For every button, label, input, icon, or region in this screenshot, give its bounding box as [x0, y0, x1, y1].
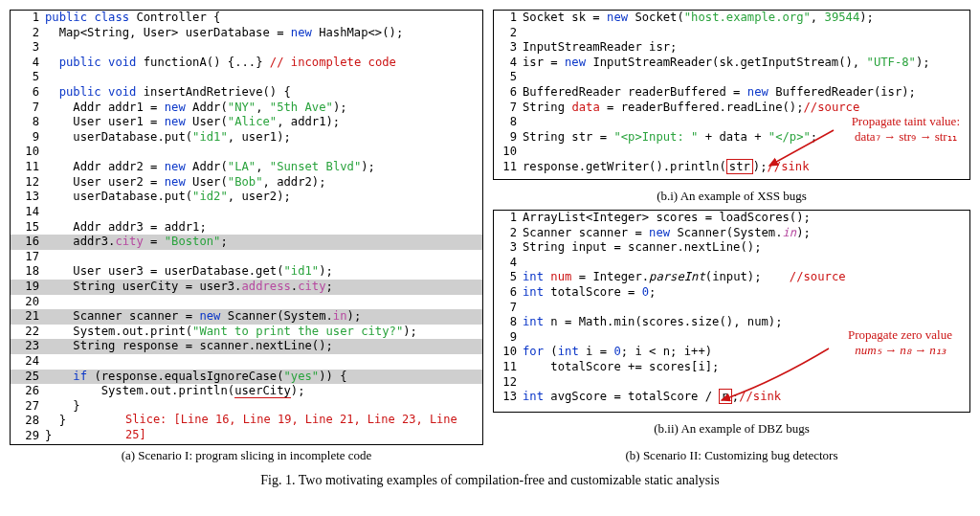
- code-content: response.getWriter().println(str);//sink: [523, 160, 810, 175]
- line-number: 3: [14, 40, 45, 56]
- scenario-b-column: 1Socket sk = new Socket("host.example.or…: [493, 10, 970, 463]
- code-content: totalScore += scores[i];: [523, 360, 719, 375]
- scenario-bii-code-box: 1ArrayList<Integer> scores = loadScores(…: [493, 210, 970, 413]
- scenario-a-code-box: 1public class Controller {2 Map<String, …: [10, 10, 483, 445]
- scenario-a-caption: (a) Scenario I: program slicing in incom…: [10, 448, 483, 463]
- line-number: 23: [14, 339, 45, 354]
- line-number: 10: [498, 145, 523, 160]
- code-line: 4: [494, 256, 969, 271]
- code-line: 18 User user3 = userDatabase.get("id1");: [11, 264, 482, 280]
- line-number: 19: [14, 280, 45, 295]
- code-line: 26 System.out.println(userCity);: [11, 384, 482, 399]
- code-line: 5: [11, 70, 482, 85]
- code-content: Addr addr2 = new Addr("LA", "Sunset Blvd…: [45, 160, 375, 175]
- line-number: 25: [14, 370, 45, 385]
- line-number: 5: [498, 70, 523, 85]
- line-number: 27: [14, 399, 45, 415]
- code-line: 5int num = Integer.parseInt(input); //so…: [494, 270, 969, 285]
- code-content: int totalScore = 0;: [523, 285, 656, 301]
- line-number: 6: [14, 85, 45, 101]
- line-number: 16: [14, 235, 45, 250]
- code-line: 3String input = scanner.nextLine();: [494, 240, 969, 256]
- code-line: 16 addr3.city = "Boston";: [11, 235, 482, 250]
- bii-annotation: Propagate zero value num₅ → n₈ → n₁₃: [848, 327, 952, 357]
- code-line: 19 String userCity = user3.address.city;: [11, 280, 482, 295]
- code-line: 13int avgScore = totalScore / n;//sink: [494, 390, 969, 405]
- code-content: userDatabase.put("id1", user1);: [45, 130, 291, 146]
- line-number: 24: [14, 354, 45, 370]
- line-number: 11: [498, 360, 523, 375]
- code-content: }: [45, 429, 52, 444]
- code-line: 17: [11, 250, 482, 265]
- code-content: User user3 = userDatabase.get("id1");: [45, 264, 333, 280]
- slice-note: Slice: [Line 16, Line 19, Line 21, Line …: [125, 413, 482, 442]
- code-content: String str = "<p>Input: " + data + "</p>…: [523, 130, 817, 146]
- line-number: 2: [14, 26, 45, 41]
- code-content: public void insertAndRetrieve() {: [45, 85, 291, 101]
- line-number: 17: [14, 250, 45, 265]
- code-line: 7: [494, 301, 969, 316]
- code-line: 10: [494, 145, 969, 160]
- line-number: 10: [14, 145, 45, 160]
- code-line: 13 userDatabase.put("id2", user2);: [11, 190, 482, 205]
- code-content: Scanner scanner = new Scanner(System.in)…: [45, 309, 361, 325]
- code-content: User user1 = new User("Alice", addr1);: [45, 115, 340, 130]
- line-number: 1: [498, 211, 523, 226]
- code-content: User user2 = new User("Bob", addr2);: [45, 175, 326, 191]
- line-number: 10: [498, 345, 523, 360]
- line-number: 1: [498, 11, 523, 26]
- scenario-b-caption: (b) Scenario II: Customizing bug detecto…: [493, 448, 970, 463]
- code-line: 27 }: [11, 399, 482, 415]
- scenario-bi-caption: (b.i) An example of XSS bugs: [493, 189, 970, 204]
- line-number: 6: [498, 285, 523, 301]
- figure-panels-row: 1public class Controller {2 Map<String, …: [10, 10, 970, 463]
- code-content: Socket sk = new Socket("host.example.org…: [523, 11, 874, 26]
- scenario-bii-caption: (b.ii) An example of DBZ bugs: [493, 421, 970, 437]
- code-line: 24: [11, 354, 482, 370]
- code-content: int num = Integer.parseInt(input); //sou…: [523, 270, 846, 285]
- line-number: 2: [498, 226, 523, 241]
- code-content: InputStreamReader isr;: [523, 40, 677, 56]
- code-content: addr3.city = "Boston";: [45, 235, 228, 250]
- code-content: Addr addr1 = new Addr("NY", "5th Ave");: [45, 101, 347, 116]
- code-line: 21 Scanner scanner = new Scanner(System.…: [11, 309, 482, 325]
- code-content: String response = scanner.nextLine();: [45, 339, 333, 354]
- code-line: 2 Map<String, User> userDatabase = new H…: [11, 26, 482, 41]
- line-number: 12: [14, 175, 45, 191]
- line-number: 4: [498, 256, 523, 271]
- line-number: 3: [498, 240, 523, 256]
- line-number: 13: [14, 190, 45, 205]
- code-line: 11 totalScore += scores[i];: [494, 360, 969, 375]
- code-line: 9 userDatabase.put("id1", user1);: [11, 130, 482, 146]
- line-number: 9: [14, 130, 45, 146]
- line-number: 8: [14, 115, 45, 130]
- line-number: 13: [498, 390, 523, 405]
- line-number: 22: [14, 325, 45, 340]
- line-number: 28: [14, 414, 45, 429]
- line-number: 14: [14, 205, 45, 220]
- code-line: 10: [11, 145, 482, 160]
- line-number: 18: [14, 264, 45, 280]
- code-line: 11response.getWriter().println(str);//si…: [494, 160, 969, 175]
- code-content: BufferedReader readerBuffered = new Buff…: [523, 85, 916, 101]
- code-content: System.out.print("Want to print the user…: [45, 325, 417, 340]
- code-line: 23 String response = scanner.nextLine();: [11, 339, 482, 354]
- code-line: 1ArrayList<Integer> scores = loadScores(…: [494, 211, 969, 226]
- line-number: 15: [14, 220, 45, 236]
- line-number: 9: [498, 330, 523, 346]
- line-number: 21: [14, 309, 45, 325]
- code-line: 12 User user2 = new User("Bob", addr2);: [11, 175, 482, 191]
- line-number: 7: [498, 101, 523, 116]
- code-line: 4 public void functionA() {...} // incom…: [11, 56, 482, 71]
- code-content: String input = scanner.nextLine();: [523, 240, 761, 256]
- code-line: 4isr = new InputStreamReader(sk.getInput…: [494, 56, 969, 71]
- line-number: 4: [498, 56, 523, 71]
- code-content: Scanner scanner = new Scanner(System.in)…: [523, 226, 811, 241]
- code-line: 8 User user1 = new User("Alice", addr1);: [11, 115, 482, 130]
- code-line: 6BufferedReader readerBuffered = new Buf…: [494, 85, 969, 101]
- line-number: 11: [498, 160, 523, 175]
- line-number: 26: [14, 384, 45, 399]
- line-number: 7: [498, 301, 523, 316]
- figure-1: 1public class Controller {2 Map<String, …: [10, 10, 970, 488]
- code-line: 12: [494, 375, 969, 391]
